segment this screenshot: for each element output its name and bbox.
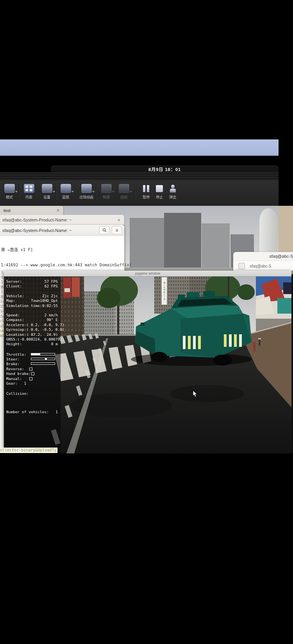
terminal-command-text: ollector-binary&UploadTy: [0, 448, 59, 453]
hud-value: ( 87.2, 24.9) [27, 332, 58, 337]
hud-value: 57 FPS [45, 279, 58, 284]
terminal2-title: sfaq@abc-System-Product-Name: ~ [0, 228, 99, 233]
terminal2-titlebar[interactable]: sfaq@abc-System-Product-Name: ~ ≡ [0, 225, 124, 236]
toolbar-item-modes[interactable]: 模式 [1, 184, 18, 200]
hud-label: Gyroscop: [6, 327, 26, 332]
hud-label: Manual: [6, 376, 22, 381]
viewport-building [202, 223, 230, 274]
date-bar: 8月9日 18：01 [51, 166, 279, 172]
mouse-cursor [193, 391, 198, 398]
hud-label: Location: [6, 332, 26, 337]
chevron-down-icon [92, 191, 95, 193]
carla-viewport[interactable]: MICHELIN Server:57 FPS Client:62 FPS Veh… [4, 277, 291, 453]
test-window-tab[interactable]: test × [0, 206, 63, 215]
hud-label: Height: [6, 342, 22, 346]
hud-label: Speed: [6, 313, 20, 318]
launch-icon [119, 184, 129, 193]
toolbar-item-eject[interactable]: 弹出 [164, 184, 181, 200]
close-icon[interactable]: × [57, 208, 63, 213]
close-icon[interactable]: × [117, 217, 124, 223]
hud-value: Zjc Zjc [42, 294, 58, 298]
terminal-edge-chars: 1浅1港1思1→1T1→1ar1 [0, 271, 4, 323]
screen: 8月9日 18：01 模式 内容 设置 蓝图 过场动画 构建 启动 [0, 0, 293, 644]
toolbar-item-content[interactable]: 内容 [20, 184, 38, 200]
chevron-down-icon [112, 191, 114, 193]
hud-label: GNSS: [6, 337, 18, 342]
cinematics-icon [81, 184, 92, 193]
toolbar-separator [134, 184, 135, 200]
modes-icon [4, 184, 15, 193]
settings-icon [42, 184, 52, 193]
hamburger-menu-button[interactable]: ≡ [112, 226, 122, 234]
steer-thumb [45, 358, 47, 360]
collision-graph-area [4, 396, 61, 410]
hud-label: Hand brake: [6, 371, 31, 376]
hud-value: 2 km/h [45, 313, 58, 318]
manual-checkbox [29, 377, 32, 380]
steer-bar [31, 358, 55, 360]
hud-label: Client: [6, 284, 22, 289]
throttle-fill [31, 353, 40, 355]
hud-label: Simulation time: [6, 303, 42, 308]
handbrake-checkbox [31, 372, 34, 375]
pygame-titlebar[interactable]: pygame window [4, 271, 291, 277]
hud-value: 90° E [46, 318, 58, 322]
throttle-bar [31, 353, 55, 355]
right-terminal-title: sfaq@abc-S [233, 252, 293, 260]
toolbar-item-cinematics[interactable]: 过场动画 [75, 184, 98, 200]
stop-icon [154, 184, 165, 193]
terminal-bottom-line[interactable]: ollector-binary&UploadTy: [0, 448, 57, 453]
hud-label: Accelero: [6, 323, 26, 327]
terminal1-titlebar[interactable]: sfaq@abc-System-Product-Name: ~ × [0, 215, 124, 225]
datetime-label: 8月9日 18：01 [148, 166, 181, 172]
terminal-edge-chars-olive: a5ne09 [0, 325, 4, 338]
viewport-building [130, 218, 164, 274]
hud-label: Gear: [6, 381, 18, 386]
michelin-sign: MICHELIN [161, 277, 167, 305]
chevron-down-icon [71, 191, 74, 193]
toolbar-item-settings[interactable]: 设置 [38, 184, 55, 200]
hud-label: Compass: [6, 318, 24, 322]
right-terminal-title2: sfaq@abc-S [250, 264, 271, 268]
search-button[interactable] [99, 226, 109, 234]
test-window-title: test [0, 208, 57, 213]
hud-value: Town10HD_Opt [31, 298, 58, 303]
toolbar-item-blueprints[interactable]: 蓝图 [57, 184, 74, 200]
brake-bar [31, 362, 55, 365]
gear-value: 1 [24, 381, 27, 386]
build-icon [101, 184, 112, 193]
ue-toolbar: 模式 内容 设置 蓝图 过场动画 构建 启动 暂停 停止 弹出 [0, 180, 279, 206]
hud-value: ( 0.2, -0.0, 9.7) [26, 323, 64, 327]
chevron-down-icon [130, 191, 132, 193]
carla-hud: Server:57 FPS Client:62 FPS Vehicle:Zjc … [4, 277, 61, 453]
content-browser-icon [24, 184, 34, 193]
right-terminal-subrow: sfaq@abc-S [233, 260, 293, 271]
scene-road-patch [170, 385, 244, 402]
blueprints-icon [61, 184, 71, 193]
terminal-edge-strip: 1浅1港1思1→1T1→1ar1 a5ne09 [0, 270, 4, 448]
pygame-window: pygame window [4, 271, 291, 453]
hud-value: 0:02:55 [42, 303, 58, 308]
viewport-building [164, 213, 201, 274]
hud-label: Collision: [6, 391, 29, 396]
hud-label: Steer: [6, 357, 20, 362]
chevron-down-icon [53, 191, 55, 193]
pause-icon [141, 184, 152, 193]
hud-label: Reverse: [6, 367, 24, 371]
hud-value: 62 FPS [45, 284, 58, 289]
terminal-line: 1:41692 --> www.google.com.hk:443 match … [1, 262, 124, 268]
hud-label: Number of vehicles: [6, 410, 49, 414]
toolbar-separator [19, 184, 19, 200]
toolbar-item-build[interactable]: 构建 [98, 184, 115, 200]
hud-label: Server: [6, 279, 22, 284]
ue-window-header [0, 172, 279, 180]
desktop-area: test × sfaq@abc-System-Product-Name: ~ ×… [0, 206, 293, 453]
hud-value: (-0.000224, 0.000792) [18, 337, 64, 342]
terminal-line: 港 →直连 x1 F] [1, 247, 124, 252]
hud-value: 1 [55, 410, 58, 414]
hud-label: Brake: [6, 362, 20, 366]
search-icon [102, 228, 107, 232]
window-button-icon[interactable] [238, 263, 245, 269]
right-terminal-window[interactable]: sfaq@abc-S sfaq@abc-S [233, 252, 293, 271]
toolbar-item-launch[interactable]: 启动 [115, 184, 132, 200]
